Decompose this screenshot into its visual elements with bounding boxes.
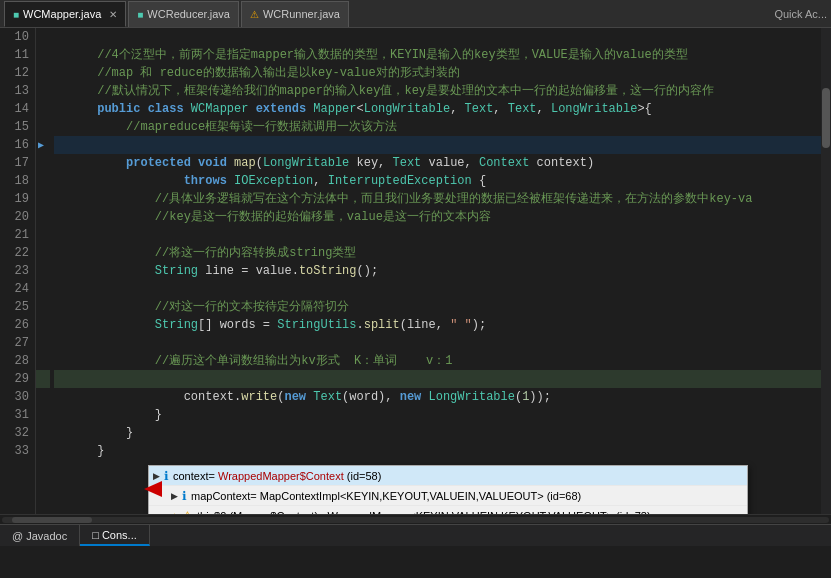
code-line-26: [54, 316, 821, 334]
tab-wcrunner[interactable]: ⚠ WCRunner.java: [241, 1, 349, 27]
line-numbers: 10 11 12 13 14 15 16 17 18 19 20 21 22 2…: [0, 28, 36, 514]
code-line-33: [54, 442, 821, 460]
editor-hscroll-track: [2, 517, 829, 523]
svg-marker-0: [144, 481, 162, 497]
bottom-tab-bar: @ Javadoc □ Cons...: [0, 524, 831, 546]
editor-hscroll[interactable]: [0, 514, 831, 524]
code-line-29: context.write(new Text(word), new LongWr…: [54, 370, 821, 388]
expand-arrow-2[interactable]: △: [171, 511, 178, 515]
tab-javadoc[interactable]: @ Javadoc: [0, 525, 80, 546]
code-line-30: }: [54, 388, 821, 406]
code-line-23: [54, 262, 821, 280]
tab-wcmapper[interactable]: ■ WCMapper.java ✕: [4, 1, 126, 27]
code-line-12: //默认情况下，框架传递给我们的mapper的输入key值，key是要处理的文本…: [54, 64, 821, 82]
tab-label-wcrunner: WCRunner.java: [263, 8, 340, 20]
debug-text-2: this$0 (Mapper$Context)= WrappedMapper<K…: [197, 510, 651, 515]
code-line-16: protected void map(LongWritable key, Tex…: [54, 136, 821, 154]
debug-text-1: mapContext= MapContextImpl<KEYIN,KEYOUT,…: [191, 490, 581, 502]
tab-wcreducer[interactable]: ■ WCReducer.java: [128, 1, 239, 27]
editor-hscroll-thumb[interactable]: [12, 517, 92, 523]
code-line-11: //map 和 reduce的数据输入输出是以key-value对的形式封装的: [54, 46, 821, 64]
code-line-21: //将这一行的内容转换成string类型: [54, 226, 821, 244]
debug-pointer: [144, 481, 162, 501]
code-line-17: throws IOException, InterruptedException…: [54, 154, 821, 172]
vertical-scrollbar[interactable]: [821, 28, 831, 514]
debug-row-1[interactable]: ▶ ℹ mapContext= MapContextImpl<KEYIN,KEY…: [149, 486, 747, 506]
code-line-15: @Override: [54, 118, 821, 136]
code-line-10: //4个泛型中，前两个是指定mapper输入数据的类型，KEYIN是输入的key…: [54, 28, 821, 46]
java-icon-2: ■: [137, 9, 143, 20]
debug-popup: ▶ ℹ context= WrappedMapper$Context (id=5…: [148, 465, 748, 514]
gutter: ▶: [36, 28, 50, 514]
code-line-13: public class WCMapper extends Mapper<Lon…: [54, 82, 821, 100]
code-line-18: //具体业务逻辑就写在这个方法体中，而且我们业务要处理的数据已经被框架传递进来，…: [54, 172, 821, 190]
code-line-28: for(String word : words ){: [54, 352, 821, 370]
tab-console-label: □ Cons...: [92, 529, 137, 541]
tab-label-wcmapper: WCMapper.java: [23, 8, 101, 20]
code-line-24: //对这一行的文本按待定分隔符切分: [54, 280, 821, 298]
tab-javadoc-label: @ Javadoc: [12, 530, 67, 542]
code-line-31: }: [54, 406, 821, 424]
tab-label-wcreducer: WCReducer.java: [147, 8, 230, 20]
code-line-14: //mapreduce框架每读一行数据就调用一次该方法: [54, 100, 821, 118]
code-line-32: }: [54, 424, 821, 442]
code-line-25: String[] words = StringUtils.split(line,…: [54, 298, 821, 316]
code-area[interactable]: //4个泛型中，前两个是指定mapper输入数据的类型，KEYIN是输入的key…: [50, 28, 821, 514]
quick-access-label: Quick Ac...: [774, 8, 827, 20]
expand-arrow-0[interactable]: ▶: [153, 471, 160, 481]
code-line-20: [54, 208, 821, 226]
close-icon-wcmapper[interactable]: ✕: [109, 9, 117, 20]
debug-row-0[interactable]: ▶ ℹ context= WrappedMapper$Context (id=5…: [149, 466, 747, 486]
debug-icon-info-1: ℹ: [182, 489, 187, 503]
tab-console[interactable]: □ Cons...: [80, 525, 150, 546]
debug-row-2[interactable]: △ ⚠ this$0 (Mapper$Context)= WrappedMapp…: [149, 506, 747, 514]
tab-bar: ■ WCMapper.java ✕ ■ WCReducer.java ⚠ WCR…: [0, 0, 831, 28]
debug-icon-info-0: ℹ: [164, 469, 169, 483]
debug-icon-warn-0: ⚠: [182, 509, 193, 515]
code-line-19: //key是这一行数据的起始偏移量，value是这一行的文本内容: [54, 190, 821, 208]
code-line-22: String line = value.toString();: [54, 244, 821, 262]
debug-text-0: context= WrappedMapper$Context (id=58): [173, 470, 381, 482]
arrow-line16: ▶: [36, 136, 50, 154]
code-line-27: //遍历这个单词数组输出为kv形式 K：单词 v：1: [54, 334, 821, 352]
expand-arrow-1[interactable]: ▶: [171, 491, 178, 501]
java-icon: ■: [13, 9, 19, 20]
editor-container: 10 11 12 13 14 15 16 17 18 19 20 21 22 2…: [0, 28, 831, 514]
runner-icon: ⚠: [250, 9, 259, 20]
